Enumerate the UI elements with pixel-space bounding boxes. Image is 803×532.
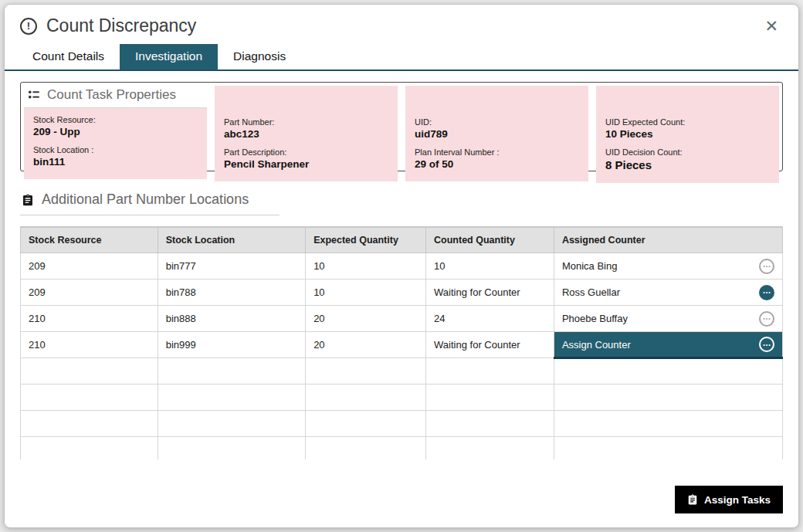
ellipsis-icon[interactable]	[759, 285, 774, 300]
assigned-counter-label: Phoebe Buffay	[562, 313, 628, 324]
properties-pink-panel: Stock Resource: 209 - Upp Stock Location…	[24, 108, 207, 179]
table-row-empty[interactable]	[21, 385, 783, 411]
clipboard-icon	[22, 193, 34, 207]
assigned-counter-cell[interactable]: Monica Bing	[554, 253, 782, 280]
field-plan-interval-number: Plan Interval Number : 29 of 50	[415, 147, 579, 171]
assigned-counter-cell[interactable]: Phoebe Buffay	[554, 306, 782, 332]
ellipsis-icon[interactable]	[759, 259, 774, 274]
alert-circle-icon	[20, 18, 37, 35]
cell-stock-resource: 210	[21, 332, 158, 358]
ellipsis-icon[interactable]	[759, 311, 774, 327]
col-header-stock-resource: Stock Resource	[21, 228, 158, 253]
cell-stock-resource: 209	[21, 280, 158, 306]
locations-section-header: Additional Part Number Locations	[20, 191, 280, 215]
field-part-number: Part Number: abc123	[224, 117, 388, 141]
properties-pink-panel: Part Number: abc123 Part Description: Pe…	[215, 86, 398, 181]
col-header-expected-quantity: Expected Quantity	[306, 228, 426, 253]
cell-stock-location: bin788	[158, 280, 305, 306]
assigned-counter-cell[interactable]: Ross Guellar	[554, 280, 782, 306]
locations-table-body: 209 bin777 10 10 Monica Bing 209 bin788 …	[21, 253, 783, 460]
table-row-empty[interactable]	[21, 358, 783, 385]
close-icon[interactable]: ✕	[760, 16, 783, 36]
table-row[interactable]: 210 bin999 20 Waiting for Counter Assign…	[21, 332, 783, 358]
cell-stock-location: bin777	[158, 253, 305, 280]
cell-stock-location: bin999	[158, 332, 305, 358]
locations-section-title: Additional Part Number Locations	[42, 191, 249, 208]
tab-investigation[interactable]: Investigation	[120, 44, 218, 69]
properties-column-1: Count Task Properties Stock Resource: 20…	[24, 86, 207, 168]
properties-column-2: Part Number: abc123 Part Description: Pe…	[215, 86, 398, 168]
assigned-counter-label: Monica Bing	[562, 260, 618, 272]
field-uid: UID: uid789	[415, 117, 579, 141]
cell-counted-quantity: Waiting for Counter	[426, 332, 554, 358]
dialog-body: Count Task Properties Stock Resource: 20…	[5, 71, 798, 475]
properties-title-row: Count Task Properties	[24, 86, 207, 108]
field-part-description: Part Description: Pencil Sharpener	[224, 147, 388, 171]
field-uid-decision-count: UID Decision Count: 8 Pieces	[605, 147, 770, 173]
table-header-row: Stock Resource Stock Location Expected Q…	[21, 228, 783, 253]
col-header-assigned-counter: Assigned Counter	[554, 228, 782, 253]
cell-expected-quantity: 10	[306, 253, 426, 280]
ellipsis-icon[interactable]	[759, 337, 774, 352]
cell-expected-quantity: 20	[306, 332, 426, 358]
cell-counted-quantity: 24	[426, 306, 554, 332]
cell-stock-location: bin888	[158, 306, 305, 332]
assigned-counter-label: Ross Guellar	[562, 286, 620, 298]
assign-tasks-label: Assign Tasks	[704, 494, 771, 506]
cell-counted-quantity: 10	[426, 253, 554, 280]
properties-section-title: Count Task Properties	[47, 87, 176, 103]
assign-tasks-button[interactable]: Assign Tasks	[675, 486, 783, 513]
tab-count-details[interactable]: Count Details	[17, 44, 120, 69]
table-row[interactable]: 209 bin777 10 10 Monica Bing	[21, 253, 783, 280]
list-icon	[27, 88, 41, 102]
assigned-counter-cell[interactable]: Assign Counter	[554, 332, 782, 358]
assigned-counter-label: Assign Counter	[562, 339, 631, 351]
table-row-empty[interactable]	[21, 437, 783, 460]
dialog-header: Count Discrepancy ✕	[5, 5, 798, 44]
count-discrepancy-dialog: Count Discrepancy ✕ Count Details Invest…	[4, 4, 799, 528]
col-header-counted-quantity: Counted Quantity	[426, 228, 554, 253]
cell-expected-quantity: 10	[306, 280, 426, 306]
dialog-footer: Assign Tasks	[5, 475, 798, 527]
field-uid-expected-count: UID Expected Count: 10 Pieces	[605, 117, 770, 141]
count-task-properties-panel: Count Task Properties Stock Resource: 20…	[20, 82, 783, 171]
tab-bar: Count Details Investigation Diagnosis	[5, 44, 798, 71]
properties-pink-panel: UID: uid789 Plan Interval Number : 29 of…	[405, 86, 588, 181]
cell-expected-quantity: 20	[306, 306, 426, 332]
cell-stock-resource: 210	[21, 306, 158, 332]
clipboard-icon	[687, 493, 698, 506]
dialog-title: Count Discrepancy	[46, 15, 760, 36]
table-row-empty[interactable]	[21, 411, 783, 437]
locations-table: Stock Resource Stock Location Expected Q…	[20, 226, 783, 459]
cell-counted-quantity: Waiting for Counter	[426, 280, 554, 306]
properties-pink-panel: UID Expected Count: 10 Pieces UID Decisi…	[596, 86, 779, 183]
table-row[interactable]: 210 bin888 20 24 Phoebe Buffay	[21, 306, 783, 332]
tab-diagnosis[interactable]: Diagnosis	[218, 44, 301, 69]
field-stock-location: Stock Location : bin111	[33, 144, 198, 169]
table-row[interactable]: 209 bin788 10 Waiting for Counter Ross G…	[21, 280, 783, 306]
field-stock-resource: Stock Resource: 209 - Upp	[33, 114, 198, 139]
properties-column-4: UID Expected Count: 10 Pieces UID Decisi…	[596, 86, 779, 168]
cell-stock-resource: 209	[21, 253, 158, 280]
col-header-stock-location: Stock Location	[158, 228, 305, 253]
properties-column-3: UID: uid789 Plan Interval Number : 29 of…	[405, 86, 588, 168]
